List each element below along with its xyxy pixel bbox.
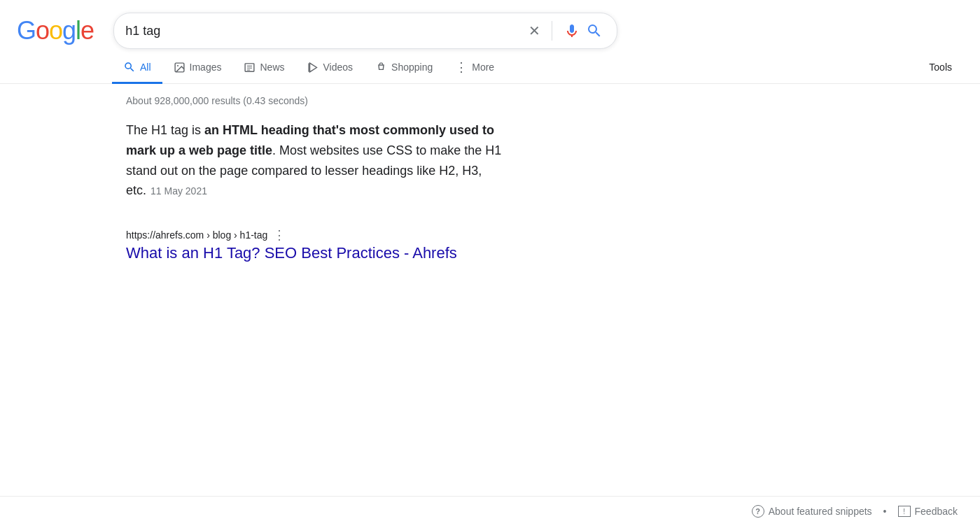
- search-divider: [552, 21, 552, 41]
- tab-shopping[interactable]: Shopping: [364, 53, 444, 84]
- result-url: https://ahrefs.com › blog › h1-tag: [126, 229, 267, 241]
- nav-tabs: All Images News Videos Shopping ⋮: [0, 52, 980, 84]
- result-url-row: https://ahrefs.com › blog › h1-tag ⋮: [126, 229, 515, 241]
- shopping-icon: [375, 62, 387, 73]
- search-icon: [586, 22, 603, 39]
- snippet-date: 11 May 2021: [150, 185, 207, 197]
- result-menu-icon[interactable]: ⋮: [273, 229, 286, 241]
- snippet-text: The H1 tag is an HTML heading that's mos…: [126, 120, 515, 201]
- google-logo: Google: [17, 16, 94, 45]
- tab-shopping-label: Shopping: [391, 62, 433, 73]
- tab-more[interactable]: ⋮ More: [444, 52, 505, 84]
- logo-g: G: [17, 16, 36, 45]
- tab-tools[interactable]: Tools: [918, 53, 963, 83]
- logo-e: e: [80, 16, 94, 45]
- images-icon: [174, 62, 186, 73]
- svg-marker-6: [309, 63, 316, 72]
- clear-icon: ✕: [528, 22, 540, 39]
- voice-search-button[interactable]: [561, 20, 583, 42]
- snippet-text-before: The H1 tag is: [126, 123, 204, 137]
- tab-tools-label: Tools: [929, 62, 952, 73]
- tab-videos[interactable]: Videos: [296, 53, 365, 84]
- all-icon: [123, 61, 136, 73]
- logo-l: l: [76, 16, 80, 45]
- logo-g2: g: [62, 16, 76, 45]
- videos-icon: [307, 62, 319, 73]
- svg-rect-7: [308, 63, 309, 72]
- tab-news[interactable]: News: [232, 53, 295, 84]
- result-title-link[interactable]: What is an H1 Tag? SEO Best Practices - …: [126, 244, 515, 262]
- svg-point-1: [177, 64, 178, 66]
- header: Google ✕: [0, 0, 980, 49]
- search-submit-button[interactable]: [583, 20, 606, 42]
- search-input[interactable]: [125, 24, 526, 38]
- tab-all[interactable]: All: [112, 52, 162, 84]
- featured-snippet: The H1 tag is an HTML heading that's mos…: [126, 120, 515, 212]
- tab-videos-label: Videos: [323, 62, 354, 73]
- more-dots-icon: ⋮: [455, 61, 468, 73]
- logo-o2: o: [49, 16, 62, 45]
- tab-images[interactable]: Images: [162, 53, 233, 84]
- result-item: https://ahrefs.com › blog › h1-tag ⋮ Wha…: [126, 229, 515, 262]
- clear-button[interactable]: ✕: [526, 20, 543, 42]
- results-area: About 928,000,000 results (0.43 seconds)…: [0, 84, 532, 287]
- logo-o1: o: [36, 16, 49, 45]
- tab-all-label: All: [140, 62, 151, 73]
- news-icon: [244, 62, 255, 73]
- search-bar-wrapper: ✕: [113, 13, 617, 49]
- tab-news-label: News: [260, 62, 284, 73]
- microphone-icon: [564, 22, 580, 39]
- results-stats: About 928,000,000 results (0.43 seconds): [126, 95, 515, 106]
- search-bar: ✕: [113, 13, 617, 49]
- tab-more-label: More: [472, 62, 494, 73]
- tab-images-label: Images: [190, 62, 222, 73]
